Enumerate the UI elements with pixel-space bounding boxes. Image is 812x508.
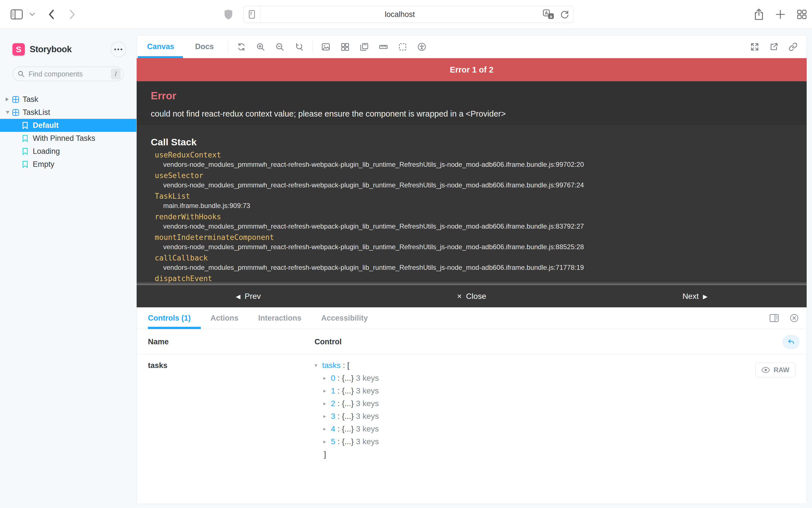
search-input[interactable]: Find components / [12, 67, 124, 81]
eye-icon [761, 366, 770, 374]
forward-icon [68, 9, 76, 20]
a11y-vision-button[interactable] [412, 35, 432, 58]
forward-button[interactable] [65, 0, 79, 29]
json-tree-item[interactable]: ▸1 : {...} 3 keys [315, 384, 379, 397]
sidebar-item-default[interactable]: Default [0, 119, 136, 132]
privacy-shield-button[interactable] [222, 0, 235, 29]
outline-button[interactable] [393, 35, 412, 58]
controls-table-header: Name Control [137, 329, 807, 354]
tab-canvas[interactable]: Canvas [137, 35, 185, 58]
frame-function: renderWithHooks [155, 212, 793, 221]
viewport-button[interactable] [355, 35, 374, 58]
translate-button[interactable]: A a [543, 9, 554, 19]
component-icon [12, 109, 19, 116]
frame-location: vendors-node_modules_pmmmwh_react-refres… [163, 181, 793, 189]
tab-actions[interactable]: Actions [201, 307, 248, 329]
search-placeholder: Find components [29, 70, 111, 78]
photo-icon [321, 42, 330, 51]
reader-button[interactable] [244, 6, 260, 23]
accessibility-icon [417, 42, 426, 51]
json-tree-item[interactable]: ▸2 : {...} 3 keys [315, 397, 379, 410]
next-error-button[interactable]: Next ▶ [682, 292, 707, 301]
tab-docs[interactable]: Docs [185, 35, 224, 58]
sidebar-item-empty[interactable]: Empty [0, 158, 136, 171]
stack-frame: TaskList main.iframe.bundle.js:909:73 [155, 192, 793, 209]
sidebar-item-tasklist[interactable]: TaskList [0, 106, 136, 119]
stack-frame: mountIndeterminateComponent vendors-node… [155, 233, 793, 251]
share-icon [754, 8, 764, 20]
json-tree-item[interactable]: ▸0 : {...} 3 keys [315, 372, 379, 384]
reload-button[interactable] [560, 10, 569, 19]
sidebar-item-label: Default [0, 121, 59, 130]
close-panel-button[interactable] [790, 313, 799, 323]
sidebar-item-with-pinned-tasks[interactable]: With Pinned Tasks [0, 132, 136, 145]
measure-button[interactable] [374, 35, 393, 58]
remount-button[interactable] [232, 35, 251, 58]
bookmark-icon [22, 135, 28, 142]
close-error-button[interactable]: × Close [457, 292, 486, 301]
column-header-control: Control [315, 338, 341, 346]
tab-overview-button[interactable] [794, 0, 810, 29]
caret-right-icon: ▸ [323, 400, 331, 407]
prev-error-button[interactable]: ◀ Prev [236, 292, 261, 301]
stack-frame: dispatchEvent [native code]:undefined:un… [155, 274, 793, 285]
backgrounds-button[interactable] [316, 35, 335, 58]
share-button[interactable] [751, 0, 767, 29]
caret-right-icon: ▸ [323, 387, 331, 394]
tab-controls[interactable]: Controls (1) [148, 307, 201, 329]
next-arrow-icon: ▶ [703, 294, 707, 299]
sidebar-item-task[interactable]: Task [0, 93, 136, 106]
reset-controls-button[interactable] [783, 335, 799, 349]
search-shortcut-badge: / [111, 69, 121, 79]
plus-icon [775, 9, 786, 20]
svg-text:A: A [544, 10, 548, 16]
copy-link-button[interactable] [783, 35, 803, 58]
json-tree-close-bracket: ] [315, 448, 379, 461]
stack-frame: renderWithHooks vendors-node_modules_pmm… [155, 212, 793, 230]
sidebar-menu-button[interactable] [110, 41, 126, 57]
column-header-name: Name [148, 338, 169, 346]
stack-frame: callCallback vendors-node_modules_pmmmwh… [155, 253, 793, 271]
zoom-in-icon [256, 42, 265, 51]
grid-button[interactable] [335, 35, 355, 58]
zoom-reset-button[interactable] [289, 35, 309, 58]
tab-accessibility[interactable]: Accessibility [312, 307, 378, 329]
fullscreen-button[interactable] [745, 35, 764, 58]
sidebar-item-label: With Pinned Tasks [0, 134, 95, 143]
panel-position-button[interactable] [769, 314, 779, 322]
component-icon [12, 96, 19, 103]
raw-toggle-button[interactable]: RAW [755, 363, 795, 377]
sidebar-item-loading[interactable]: Loading [0, 145, 136, 158]
sidebar-menu-chevron-button[interactable] [27, 8, 37, 20]
frame-function: useSelector [155, 171, 793, 180]
tasks-json-tree: ▾tasks : [ ▸0 : {...} 3 keys ▸1 : {...} … [315, 359, 379, 461]
json-tree-item[interactable]: ▸3 : {...} 3 keys [315, 410, 379, 422]
frame-function: mountIndeterminateComponent [155, 233, 793, 242]
error-nav-bar: ◀ Prev × Close Next ▶ [137, 285, 807, 307]
addon-panel-tabs: Controls (1) Actions Interactions Access… [137, 307, 807, 329]
back-button[interactable] [45, 0, 59, 29]
zoom-reset-icon [294, 42, 303, 51]
error-banner: Error 1 of 2 [137, 58, 807, 81]
frame-function: useReduxContext [155, 151, 793, 160]
external-link-icon [769, 42, 778, 51]
json-tree-item[interactable]: ▸4 : {...} 3 keys [315, 422, 379, 435]
zoom-in-button[interactable] [251, 35, 270, 58]
reader-icon [248, 10, 255, 19]
json-tree-item[interactable]: ▸5 : {...} 3 keys [315, 435, 379, 448]
zoom-out-button[interactable] [270, 35, 289, 58]
ellipsis-icon [114, 48, 116, 50]
grid-icon [340, 42, 350, 51]
json-tree-root[interactable]: ▾tasks : [ [315, 359, 379, 372]
storybook-sidebar: S Storybook Find components / Task [0, 29, 136, 508]
close-icon: × [457, 292, 461, 300]
new-tab-button[interactable] [772, 0, 788, 29]
tab-interactions[interactable]: Interactions [248, 307, 312, 329]
reload-icon [560, 10, 569, 19]
caret-right-icon: ▸ [323, 438, 331, 445]
sidebar-toggle-button[interactable] [8, 0, 25, 29]
link-icon [788, 42, 798, 51]
chevron-down-icon [29, 12, 35, 16]
open-canvas-new-tab-button[interactable] [764, 35, 783, 58]
address-bar[interactable]: localhost A a [243, 6, 574, 23]
